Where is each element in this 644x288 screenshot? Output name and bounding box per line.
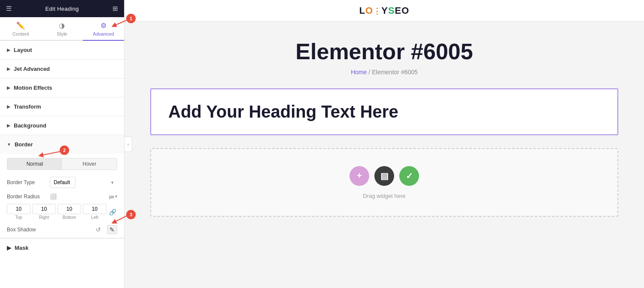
breadcrumb-home[interactable]: Home bbox=[351, 69, 367, 76]
radius-unit[interactable]: px bbox=[109, 194, 114, 199]
section-border-label: Border bbox=[15, 141, 33, 148]
panel-tabs: ✏️ Content ◑ Style ⚙ Advanced bbox=[0, 17, 124, 41]
border-radius-icon[interactable]: ⬜ bbox=[50, 193, 57, 200]
radius-inputs: 10 Top Right Bottom Left � bbox=[0, 202, 124, 221]
tab-style-label: Style bbox=[57, 31, 67, 36]
box-shadow-row: Box Shadow ↺ ✎ bbox=[0, 221, 124, 238]
radius-right-input[interactable] bbox=[32, 204, 56, 214]
chevron-right-icon: ▶ bbox=[7, 67, 10, 71]
state-normal-label: Normal bbox=[26, 161, 43, 167]
state-tabs: Normal Hover bbox=[7, 158, 117, 170]
section-motion-effects[interactable]: ▶ Motion Effects bbox=[0, 79, 124, 97]
add-widget-button[interactable]: + bbox=[349, 166, 369, 186]
widget-drop-area[interactable]: + ▤ ✓ Drag widget here bbox=[150, 148, 618, 217]
state-tab-normal[interactable]: Normal bbox=[7, 158, 62, 170]
widget-buttons: + ▤ ✓ bbox=[349, 166, 419, 186]
border-radius-label: Border Radius bbox=[7, 194, 46, 200]
hamburger-icon[interactable]: ☰ bbox=[6, 5, 12, 12]
canvas-topbar: LO⋮YSEO bbox=[125, 0, 644, 21]
edit-icon[interactable]: ✎ bbox=[107, 225, 117, 234]
radius-top-input[interactable] bbox=[7, 204, 30, 214]
canvas-area: LO⋮YSEO Elementor #6005 Home / Elementor… bbox=[125, 0, 644, 288]
box-shadow-label: Box Shadow bbox=[7, 227, 90, 233]
heading-block[interactable]: Add Your Heading Text Here bbox=[150, 88, 618, 135]
section-background[interactable]: ▶ Background bbox=[0, 116, 124, 135]
radius-unit-wrapper: px ▾ bbox=[109, 194, 117, 199]
radius-bottom-group: Bottom bbox=[58, 204, 81, 220]
page-title-area: Elementor #6005 Home / Elementor #6005 bbox=[150, 39, 618, 76]
section-mask[interactable]: ▶ Mask bbox=[0, 238, 124, 257]
reset-icon[interactable]: ↺ bbox=[94, 225, 103, 234]
tab-content[interactable]: ✏️ Content bbox=[0, 17, 41, 41]
page-title: Elementor #6005 bbox=[150, 39, 618, 64]
chevron-down-icon: ▼ bbox=[7, 142, 11, 147]
link-icon[interactable]: 🔗 bbox=[108, 208, 117, 216]
tab-style[interactable]: ◑ Style bbox=[41, 17, 82, 41]
section-layout[interactable]: ▶ Layout bbox=[0, 41, 124, 60]
folder-widget-button[interactable]: ▤ bbox=[374, 166, 394, 186]
logo: LO⋮YSEO bbox=[359, 5, 410, 16]
chevron-right-icon: ▶ bbox=[7, 48, 10, 52]
border-type-select-wrapper: Default None Solid Double Dotted Dashed … bbox=[50, 177, 117, 188]
state-tab-hover[interactable]: Hover bbox=[62, 158, 117, 170]
breadcrumb: Home / Elementor #6005 bbox=[150, 69, 618, 76]
canvas-content: Elementor #6005 Home / Elementor #6005 A… bbox=[125, 21, 644, 288]
section-motion-effects-label: Motion Effects bbox=[14, 85, 52, 91]
tab-content-label: Content bbox=[12, 31, 29, 36]
section-border: ▼ Border Normal Hover Border Type bbox=[0, 135, 124, 238]
tab-advanced-label: Advanced bbox=[93, 31, 114, 36]
radius-bottom-text: Bottom bbox=[63, 215, 76, 220]
border-type-select[interactable]: Default None Solid Double Dotted Dashed … bbox=[50, 177, 76, 188]
section-mask-label: Mask bbox=[15, 245, 29, 251]
radius-left-text: Left bbox=[91, 215, 98, 220]
chevron-right-icon: ▶ bbox=[7, 123, 10, 128]
state-hover-label: Hover bbox=[82, 161, 96, 167]
breadcrumb-current: Elementor #6005 bbox=[372, 69, 418, 76]
radius-top-group: 10 Top bbox=[7, 204, 30, 220]
section-jet-advanced[interactable]: ▶ Jet Advanced bbox=[0, 60, 124, 79]
border-radius-row: Border Radius ⬜ px ▾ bbox=[0, 191, 124, 202]
section-transform-label: Transform bbox=[14, 103, 41, 110]
grid-icon[interactable]: ⊞ bbox=[112, 5, 118, 12]
style-icon: ◑ bbox=[59, 21, 65, 30]
border-header[interactable]: ▼ Border bbox=[0, 135, 124, 154]
drag-widget-text: Drag widget here bbox=[363, 193, 406, 199]
radius-bottom-input[interactable] bbox=[58, 204, 81, 214]
section-background-label: Background bbox=[14, 122, 46, 129]
panel-title: Edit Heading bbox=[45, 6, 79, 12]
panel-sections: ▶ Layout ▶ Jet Advanced ▶ Motion Effects… bbox=[0, 41, 124, 288]
panel-collapse-button[interactable]: ‹ bbox=[125, 136, 132, 152]
border-type-row: Border Type Default None Solid Double Do… bbox=[0, 174, 124, 191]
radius-left-input[interactable] bbox=[83, 204, 106, 214]
chevron-right-icon: ▶ bbox=[7, 85, 10, 90]
advanced-icon: ⚙ bbox=[100, 21, 106, 30]
radius-top-text: Top bbox=[15, 215, 22, 220]
section-transform[interactable]: ▶ Transform bbox=[0, 97, 124, 116]
radius-right-group: Right bbox=[32, 204, 56, 220]
heading-block-text: Add Your Heading Text Here bbox=[168, 102, 398, 121]
breadcrumb-separator: / bbox=[368, 69, 370, 76]
check-widget-button[interactable]: ✓ bbox=[399, 166, 419, 186]
radius-unit-chevron[interactable]: ▾ bbox=[115, 194, 117, 199]
chevron-right-icon: ▶ bbox=[7, 104, 10, 109]
content-icon: ✏️ bbox=[16, 21, 25, 30]
chevron-right-icon: ▶ bbox=[7, 245, 11, 251]
radius-left-group: Left bbox=[83, 204, 106, 220]
tab-advanced[interactable]: ⚙ Advanced bbox=[83, 17, 124, 41]
section-layout-label: Layout bbox=[14, 47, 32, 53]
panel-topbar: ☰ Edit Heading ⊞ bbox=[0, 0, 124, 17]
border-type-label: Border Type bbox=[7, 179, 46, 185]
section-jet-advanced-label: Jet Advanced bbox=[14, 66, 50, 72]
radius-right-text: Right bbox=[39, 215, 49, 220]
